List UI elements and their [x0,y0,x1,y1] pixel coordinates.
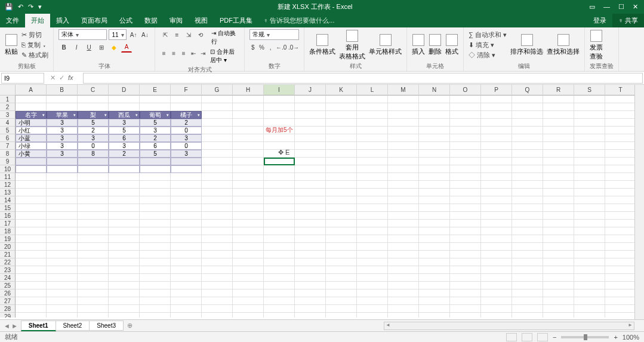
cell[interactable]: 西瓜 [109,111,140,119]
cell[interactable] [512,227,543,235]
cancel-formula-icon[interactable]: ✕ [50,74,56,82]
cell[interactable] [16,266,47,274]
cell[interactable] [450,134,481,142]
zoom-out-button[interactable]: − [553,334,556,341]
sheet-tab-3[interactable]: Sheet3 [89,321,124,331]
cell[interactable] [388,95,419,103]
view-layout-button[interactable] [522,333,532,341]
cell[interactable] [78,258,109,266]
cell[interactable] [326,313,357,318]
col-header-D[interactable]: D [109,85,140,95]
tab-insert[interactable]: 插入 [50,14,75,27]
cell[interactable]: 2 [78,127,109,134]
minimize-icon[interactable]: — [603,3,610,11]
cell[interactable] [202,196,233,204]
cell[interactable] [78,305,109,313]
cell[interactable] [605,173,636,181]
col-header-I[interactable]: I [264,85,295,95]
cell[interactable] [202,220,233,227]
cell[interactable] [512,282,543,289]
cell[interactable] [512,134,543,142]
cell[interactable] [450,196,481,204]
cell[interactable] [326,181,357,189]
cell[interactable] [357,150,388,158]
cell[interactable] [47,235,78,243]
align-top-button[interactable]: ⇱ [160,29,170,40]
cell[interactable] [481,196,512,204]
col-header-O[interactable]: O [450,85,481,95]
cell[interactable] [202,134,233,142]
zoom-level[interactable]: 100% [623,334,639,341]
cell[interactable] [16,173,47,181]
cell[interactable] [481,173,512,181]
cell[interactable] [78,181,109,189]
autosum-button[interactable]: ∑ 自动求和 ▾ [469,30,507,39]
cell[interactable] [264,274,295,282]
cell[interactable] [481,189,512,196]
cell[interactable] [233,258,264,266]
cell[interactable] [295,95,326,103]
cell[interactable] [543,235,574,243]
cell[interactable] [16,251,47,258]
cell[interactable] [171,181,202,189]
cell[interactable]: 小红 [16,127,47,134]
cell[interactable] [543,297,574,305]
cell[interactable] [388,289,419,297]
clear-button[interactable]: ◇ 清除 ▾ [469,51,507,60]
cell[interactable] [512,220,543,227]
format-as-table-button[interactable]: 套用 表格格式 [339,30,365,61]
currency-button[interactable]: $ [249,42,257,53]
increase-decimal-button[interactable]: ←.0 [276,42,286,53]
cell[interactable] [543,173,574,181]
cell[interactable] [295,158,326,165]
cell[interactable] [357,313,388,318]
cell[interactable] [357,189,388,196]
cell-styles-button[interactable]: 单元格样式 [369,34,402,56]
sheet-nav-buttons[interactable]: ◄► [0,322,21,329]
cell[interactable] [543,134,574,142]
format-cells-button[interactable]: 格式 [445,34,458,56]
cell[interactable] [419,297,450,305]
cell[interactable] [233,103,264,111]
row-header-20[interactable]: 20 [0,243,16,251]
cell[interactable] [202,266,233,274]
cell[interactable] [450,305,481,313]
cell[interactable] [388,297,419,305]
cell[interactable] [605,212,636,220]
cell[interactable] [357,103,388,111]
tab-view[interactable]: 视图 [189,14,214,27]
cell[interactable] [264,289,295,297]
cell[interactable] [357,243,388,251]
cell[interactable] [357,297,388,305]
cell[interactable] [357,158,388,165]
cell[interactable] [202,119,233,127]
cell[interactable] [47,103,78,111]
cell[interactable] [605,165,636,173]
cell[interactable] [47,258,78,266]
cell[interactable] [574,127,605,134]
cell[interactable]: 3 [171,150,202,158]
cell[interactable] [574,235,605,243]
tab-pdf[interactable]: PDF工具集 [214,14,258,27]
cell[interactable] [140,258,171,266]
cell[interactable] [295,103,326,111]
cell[interactable] [264,181,295,189]
cell[interactable] [264,220,295,227]
cell[interactable] [233,305,264,313]
cell[interactable] [388,142,419,150]
cell[interactable] [202,274,233,282]
cell[interactable]: 梨 [78,111,109,119]
cell[interactable] [16,196,47,204]
cell[interactable] [16,158,47,165]
cell[interactable]: 8 [78,150,109,158]
cell[interactable]: 小明 [16,119,47,127]
cell[interactable] [419,220,450,227]
cell[interactable] [357,289,388,297]
cell[interactable] [326,274,357,282]
maximize-icon[interactable]: ☐ [618,3,624,11]
cell[interactable] [543,227,574,235]
cell[interactable] [605,235,636,243]
cell[interactable] [264,313,295,318]
cell[interactable] [109,243,140,251]
cell[interactable] [450,103,481,111]
